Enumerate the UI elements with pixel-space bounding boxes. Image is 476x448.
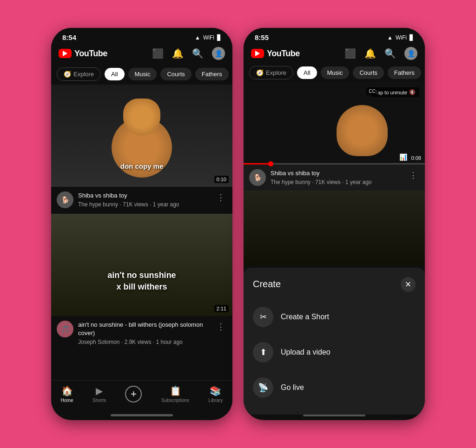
video-subtitle-2: Joseph Solomon · 2.9K views · 1 hour ago xyxy=(78,339,210,345)
create-close-button[interactable]: × xyxy=(401,277,416,292)
create-plus-icon[interactable]: + xyxy=(125,386,142,402)
yt-logo-left: YouTube xyxy=(59,49,107,59)
bell-icon-right[interactable]: 🔔 xyxy=(364,48,376,59)
video-title-right: Shiba vs shiba toy xyxy=(271,169,403,178)
video-info-1: 🐕 Shiba vs shiba toy The hype bunny · 71… xyxy=(51,187,232,213)
home-indicator-right xyxy=(303,415,365,416)
chip-music-left[interactable]: Music xyxy=(128,68,157,80)
more-icon-right[interactable]: ⋮ xyxy=(407,169,419,181)
subscriptions-icon: 📋 xyxy=(170,385,181,396)
shorts-label: Shorts xyxy=(93,398,106,403)
go-live-label: Go live xyxy=(281,383,304,392)
phone-left: 8:54 ▲ WiFi ▊ YouTube ⬛ 🔔 🔍 👤 🧭 Explore … xyxy=(51,28,232,420)
yt-header-right: YouTube ⬛ 🔔 🔍 👤 xyxy=(244,43,425,64)
yt-logo-text-left: YouTube xyxy=(74,49,107,59)
yt-header-icons-left: ⬛ 🔔 🔍 👤 xyxy=(152,47,225,60)
nav-create[interactable]: + xyxy=(125,386,142,402)
channel-avatar-right: 🐕 xyxy=(249,169,266,186)
shiba-small xyxy=(123,99,160,136)
yt-logo-icon-right xyxy=(251,49,264,58)
more-icon-2[interactable]: ⋮ xyxy=(215,321,227,333)
bell-icon-left[interactable]: 🔔 xyxy=(172,48,184,59)
chip-courts-left[interactable]: Courts xyxy=(160,68,191,80)
chip-courts-right[interactable]: Courts xyxy=(353,66,383,79)
avatar-left[interactable]: 👤 xyxy=(212,47,225,60)
create-short-item[interactable]: ✂ Create a Short xyxy=(244,299,425,335)
wifi-icon-left: WiFi xyxy=(203,34,214,41)
status-time-right: 8:55 xyxy=(255,33,269,41)
player-progress-bar[interactable] xyxy=(244,163,425,165)
status-icons-right: ▲ WiFi ▊ xyxy=(387,34,414,41)
status-icons-left: ▲ WiFi ▊ xyxy=(195,34,221,41)
chip-explore-right[interactable]: 🧭 Explore xyxy=(249,66,293,79)
video-info-right: 🐕 Shiba vs shiba toy The hype bunny · 71… xyxy=(244,165,425,191)
yt-logo-text-right: YouTube xyxy=(267,49,300,59)
create-short-label: Create a Short xyxy=(281,313,329,321)
chip-explore-left[interactable]: 🧭 Explore xyxy=(57,67,101,81)
chip-fathers-right[interactable]: Fathers xyxy=(388,66,421,79)
create-short-icon: ✂ xyxy=(253,307,273,327)
nav-library[interactable]: 📚 Library xyxy=(209,385,223,403)
avatar-right[interactable]: 👤 xyxy=(404,47,417,60)
video-subtitle-right: The hype bunny · 71K views · 1 year ago xyxy=(271,179,403,185)
chip-fathers-left[interactable]: Fathers xyxy=(195,68,229,80)
go-live-icon: 📡 xyxy=(253,377,273,398)
player-progress-dot xyxy=(268,161,273,166)
feed-left: don copy me 0:10 🐕 Shiba vs shiba toy Th… xyxy=(51,85,232,380)
library-label: Library xyxy=(209,398,223,403)
bottom-nav-left: 🏠 Home ▶ Shorts + 📋 Subscriptions 📚 Libr… xyxy=(51,380,232,414)
explore-icon-left: 🧭 xyxy=(64,71,71,78)
nav-home[interactable]: 🏠 Home xyxy=(61,385,73,403)
create-modal-header: Create × xyxy=(244,277,425,299)
nav-subscriptions[interactable]: 📋 Subscriptions xyxy=(161,385,189,403)
chip-all-left[interactable]: All xyxy=(105,68,124,80)
chip-music-right[interactable]: Music xyxy=(321,66,350,79)
more-icon-1[interactable]: ⋮ xyxy=(215,191,227,204)
wifi-icon-right: WiFi xyxy=(396,34,407,41)
channel-avatar-1: 🐕 xyxy=(57,191,73,208)
home-icon: 🏠 xyxy=(61,385,73,396)
video-meta-1: Shiba vs shiba toy The hype bunny · 71K … xyxy=(78,191,210,208)
cast-icon-right[interactable]: ⬛ xyxy=(344,48,356,59)
video-title-1: Shiba vs shiba toy xyxy=(78,191,210,200)
status-time-left: 8:54 xyxy=(62,33,76,41)
mute-icon: 🔇 xyxy=(409,89,416,95)
search-icon-left[interactable]: 🔍 xyxy=(192,48,204,59)
video-thumb-1[interactable]: don copy me 0:10 xyxy=(51,85,232,187)
cast-icon-left[interactable]: ⬛ xyxy=(152,48,164,59)
status-bar-right: 8:55 ▲ WiFi ▊ xyxy=(244,28,425,43)
player-duration: 0:08 xyxy=(411,155,421,161)
go-live-item[interactable]: 📡 Go live xyxy=(244,370,425,405)
battery-icon-right: ▊ xyxy=(410,34,414,41)
explore-icon-right: 🧭 xyxy=(256,69,264,76)
player-progress-fill xyxy=(244,163,271,165)
home-label: Home xyxy=(61,398,73,403)
video-title-2: ain't no sunshine - bill withers (joseph… xyxy=(78,321,210,337)
video-overlay-2: ain't no sunshinex bill withers xyxy=(51,270,232,293)
library-icon: 📚 xyxy=(210,385,221,396)
search-icon-right[interactable]: 🔍 xyxy=(384,48,396,59)
video-player-right[interactable]: Tap to unmute 🔇 CC 📊 0:08 xyxy=(244,82,425,165)
yt-logo-icon-left xyxy=(59,49,72,58)
chip-all-right[interactable]: All xyxy=(297,66,317,79)
subscriptions-label: Subscriptions xyxy=(161,398,189,403)
video-meta-2: ain't no sunshine - bill withers (joseph… xyxy=(78,321,210,345)
video-info-2: 🎵 ain't no sunshine - bill withers (jose… xyxy=(51,316,232,350)
upload-video-item[interactable]: ⬆ Upload a video xyxy=(244,335,425,370)
second-video-right[interactable] xyxy=(244,191,425,266)
channel-avatar-2: 🎵 xyxy=(57,321,73,337)
battery-icon-left: ▊ xyxy=(217,34,221,41)
video-subtitle-1: The hype bunny · 71K views · 1 year ago xyxy=(78,201,210,208)
upload-video-label: Upload a video xyxy=(281,348,331,356)
video-thumb-2[interactable]: ain't no sunshinex bill withers 2:11 xyxy=(51,214,232,316)
duration-badge-2: 2:11 xyxy=(214,305,229,312)
phone-right: 8:55 ▲ WiFi ▊ YouTube ⬛ 🔔 🔍 👤 🧭 Explore … xyxy=(244,28,425,420)
player-bars-icon: 📊 xyxy=(399,153,407,161)
video-overlay-1: don copy me xyxy=(51,162,232,170)
yt-header-icons-right: ⬛ 🔔 🔍 👤 xyxy=(344,47,417,60)
dog-right xyxy=(337,105,388,156)
shorts-icon: ▶ xyxy=(96,385,103,396)
duration-badge-1: 0:10 xyxy=(214,176,229,183)
nav-shorts[interactable]: ▶ Shorts xyxy=(93,385,106,403)
cc-badge[interactable]: CC xyxy=(366,87,378,95)
